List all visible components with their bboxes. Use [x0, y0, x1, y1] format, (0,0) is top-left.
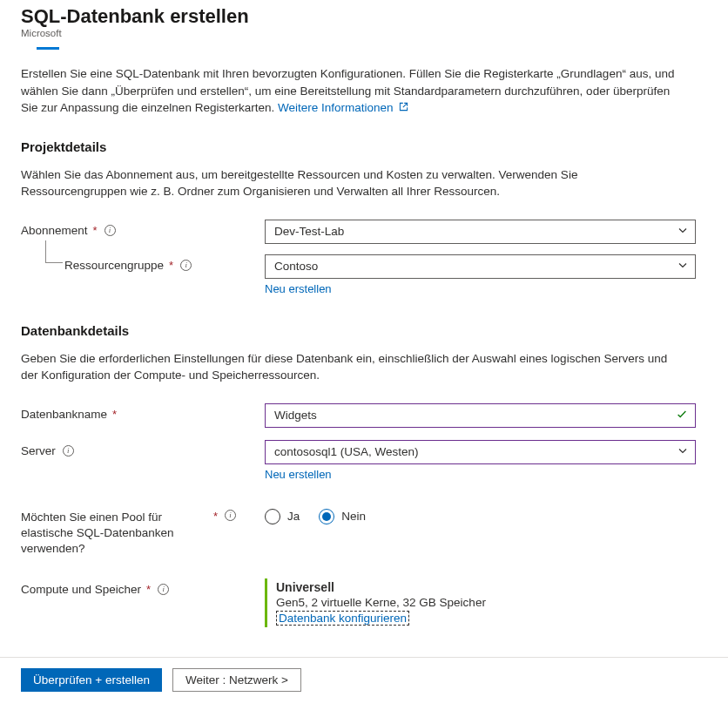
active-tab-indicator	[37, 47, 59, 50]
page-title: SQL-Datenbank erstellen	[21, 5, 711, 28]
subscription-select[interactable]: Dev-Test-Lab	[265, 220, 696, 244]
required-marker: *	[112, 408, 117, 421]
resource-group-value: Contoso	[274, 260, 318, 273]
create-new-resource-group-link[interactable]: Neu erstellen	[265, 282, 332, 295]
database-name-value: Widgets	[274, 409, 317, 422]
database-name-label-text: Datenbankname	[21, 408, 107, 421]
external-link-icon	[399, 102, 408, 114]
database-name-input[interactable]: Widgets	[265, 403, 696, 428]
review-create-button[interactable]: Überprüfen + erstellen	[21, 668, 162, 692]
chevron-down-icon	[677, 445, 688, 458]
page-subtitle: Microsoft	[21, 28, 711, 38]
required-marker: *	[169, 259, 173, 272]
info-icon[interactable]: i	[104, 225, 116, 236]
chevron-down-icon	[677, 225, 688, 238]
required-marker: *	[93, 224, 98, 237]
info-icon[interactable]: i	[225, 510, 236, 521]
intro-text: Erstellen Sie eine SQL-Datenbank mit Ihr…	[21, 65, 683, 117]
database-section-desc: Geben Sie die erforderlichen Einstellung…	[21, 350, 683, 384]
resource-group-label: Ressourcengruppe * i	[21, 254, 265, 272]
compute-storage-label: Compute und Speicher * i	[21, 578, 265, 596]
server-label-text: Server	[21, 444, 56, 457]
required-marker: *	[146, 583, 151, 596]
compute-summary: Universell Gen5, 2 virtuelle Kerne, 32 G…	[265, 578, 696, 627]
server-select[interactable]: contososql1 (USA, Westen)	[265, 440, 696, 464]
learn-more-label: Weitere Informationen	[278, 101, 394, 114]
elastic-pool-yes-radio[interactable]: Ja	[265, 509, 300, 524]
radio-no-label: Nein	[341, 510, 366, 523]
elastic-pool-radio-group: Ja Nein	[265, 505, 696, 524]
subscription-label: Abonnement * i	[21, 220, 265, 237]
learn-more-link[interactable]: Weitere Informationen	[278, 101, 408, 114]
resource-group-label-text: Ressourcengruppe	[64, 259, 164, 272]
radio-icon	[319, 509, 334, 524]
subscription-value: Dev-Test-Lab	[274, 225, 344, 238]
database-name-label: Datenbankname *	[21, 403, 265, 421]
radio-icon	[265, 509, 280, 524]
server-value: contososql1 (USA, Westen)	[274, 445, 419, 458]
compute-storage-label-text: Compute und Speicher	[21, 583, 141, 596]
required-marker: *	[213, 510, 218, 523]
elastic-pool-no-radio[interactable]: Nein	[319, 509, 366, 524]
project-section-desc: Wählen Sie das Abonnement aus, um bereit…	[21, 166, 683, 200]
compute-details: Gen5, 2 virtuelle Kerne, 32 GB Speicher	[276, 596, 696, 609]
database-section-title: Datenbankdetails	[21, 323, 711, 338]
elastic-pool-label: Möchten Sie einen Pool für elastische SQ…	[21, 505, 265, 558]
compute-tier: Universell	[276, 580, 696, 594]
radio-dot	[322, 512, 331, 521]
elastic-pool-label-text: Möchten Sie einen Pool für elastische SQ…	[21, 510, 208, 558]
chevron-down-icon	[677, 260, 688, 273]
info-icon[interactable]: i	[158, 584, 169, 595]
next-network-button[interactable]: Weiter : Netzwerk >	[172, 668, 301, 692]
server-label: Server i	[21, 440, 265, 457]
resource-group-select[interactable]: Contoso	[265, 254, 696, 279]
project-section-title: Projektdetails	[21, 139, 711, 154]
tree-connector	[45, 240, 63, 263]
configure-database-link[interactable]: Datenbank konfigurieren	[276, 611, 409, 626]
create-new-server-link[interactable]: Neu erstellen	[265, 468, 332, 481]
footer-actions: Überprüfen + erstellen Weiter : Netzwerk…	[0, 658, 728, 692]
info-icon[interactable]: i	[180, 260, 192, 271]
info-icon[interactable]: i	[63, 445, 74, 457]
radio-yes-label: Ja	[287, 510, 300, 523]
subscription-label-text: Abonnement	[21, 224, 88, 237]
valid-check-icon	[676, 408, 688, 423]
